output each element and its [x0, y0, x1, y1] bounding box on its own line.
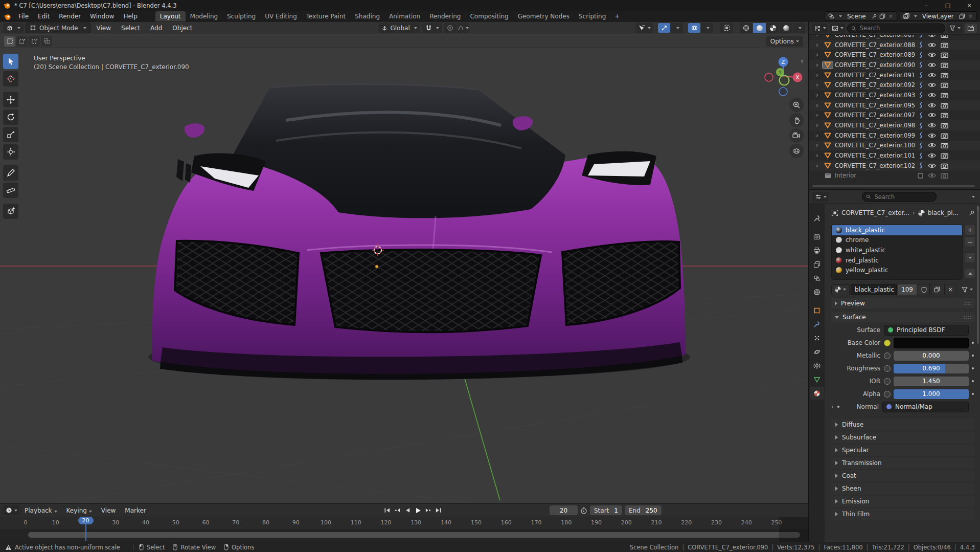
tab-scene[interactable] — [810, 272, 824, 284]
disable-render-icon[interactable] — [941, 163, 948, 169]
shading-dropdown[interactable] — [793, 23, 805, 33]
hide-viewport-icon[interactable] — [928, 35, 936, 38]
tab-output[interactable] — [810, 244, 824, 257]
viewlayer-selector[interactable]: ViewLayer × — [900, 11, 977, 21]
workspace-tab[interactable]: Sculpting — [222, 11, 260, 21]
value-socket-icon[interactable] — [884, 365, 891, 372]
panel-grip[interactable]: ∷∷ — [964, 300, 972, 307]
fake-user-shield-icon[interactable] — [918, 284, 930, 295]
browse-material-button[interactable] — [831, 284, 850, 295]
move-slot-up-button[interactable] — [965, 268, 975, 279]
expand-icon[interactable]: › — [816, 35, 823, 38]
outliner-row[interactable]: › CORVETTE_C7_exterior.091 — [809, 70, 980, 80]
tool-annotate[interactable] — [3, 165, 18, 181]
menu-item[interactable]: Edit — [33, 12, 54, 21]
color-socket-icon[interactable] — [884, 340, 891, 346]
metallic-slider[interactable]: 0.000 — [894, 351, 969, 361]
shading-rendered-button[interactable] — [780, 23, 792, 33]
hide-viewport-icon[interactable] — [928, 142, 936, 148]
workspace-tab[interactable]: Texture Paint — [302, 11, 350, 21]
hide-viewport-icon[interactable] — [928, 72, 936, 78]
hide-viewport-icon[interactable] — [928, 152, 936, 159]
play-reverse-button[interactable] — [403, 506, 413, 515]
expand-icon[interactable]: › — [816, 152, 823, 159]
material-filter-button[interactable] — [960, 285, 975, 295]
animate-dot[interactable] — [972, 393, 974, 395]
hide-viewport-icon[interactable] — [928, 62, 936, 68]
next-keyframe-button[interactable] — [423, 506, 433, 515]
menu-item[interactable]: Help — [119, 12, 142, 21]
collapsed-panel[interactable]: Thin Film — [831, 509, 975, 520]
value-socket-icon[interactable] — [884, 378, 891, 385]
timeline-scrollbar[interactable] — [28, 532, 800, 538]
unlink-scene-icon[interactable]: × — [887, 13, 894, 19]
breadcrumb-object[interactable]: CORVETTE_C7_exter... — [841, 209, 909, 216]
start-frame-field[interactable]: Start1 — [590, 505, 622, 515]
timeline-menu-marker[interactable]: Marker — [121, 506, 150, 515]
tool-measure[interactable] — [3, 183, 18, 198]
minimize-button[interactable]: – — [916, 0, 937, 11]
remove-viewlayer-icon[interactable]: × — [967, 13, 974, 19]
shading-material-button[interactable] — [766, 23, 779, 33]
disable-render-icon[interactable] — [941, 122, 948, 128]
material-slot[interactable]: white_plastic — [832, 245, 962, 255]
material-slot[interactable]: black_plastic — [832, 225, 962, 235]
jump-to-start-button[interactable] — [382, 506, 392, 515]
outliner-row[interactable]: › CORVETTE_C7_exterior.092 — [809, 80, 980, 90]
viewport-menu-select[interactable]: Select — [117, 24, 144, 33]
prev-keyframe-button[interactable] — [393, 506, 402, 515]
workspace-tab[interactable]: Rendering — [425, 11, 465, 21]
collection-row-interior[interactable]: › Interior — [809, 171, 980, 181]
auto-keying-icon[interactable] — [580, 507, 587, 514]
unlink-material-icon[interactable]: × — [944, 284, 956, 295]
new-viewlayer-icon[interactable] — [959, 13, 965, 19]
outliner-row[interactable]: › CORVETTE_C7_exterior.101 — [809, 150, 980, 161]
disable-render-icon[interactable] — [941, 42, 948, 48]
tab-material[interactable] — [810, 387, 824, 400]
pin-icon[interactable] — [871, 13, 877, 19]
current-frame-field[interactable]: 20 — [550, 505, 578, 515]
workspace-tab[interactable]: Modeling — [186, 11, 223, 21]
hide-viewport-icon[interactable] — [928, 102, 936, 108]
tool-move[interactable] — [3, 92, 18, 107]
collapsed-panel[interactable]: Subsurface — [831, 432, 975, 443]
properties-scrollbar[interactable] — [977, 211, 979, 344]
exclude-checkbox[interactable] — [918, 173, 923, 179]
tab-tool[interactable] — [810, 212, 824, 225]
menu-item[interactable]: Render — [54, 12, 85, 21]
disable-render-icon[interactable] — [941, 133, 948, 139]
hide-viewport-icon[interactable] — [928, 82, 936, 88]
base-color-swatch[interactable] — [894, 338, 969, 348]
outliner-row[interactable]: › CORVETTE_C7_exterior.093 — [809, 90, 980, 100]
select-mode-intersect-button[interactable] — [41, 36, 52, 47]
material-slot[interactable]: chrome — [832, 235, 962, 246]
ior-slider[interactable]: 1.450 — [894, 377, 969, 386]
disable-render-icon[interactable] — [941, 142, 948, 148]
normal-map-field[interactable]: Normal/Map — [882, 402, 969, 412]
viewport-menu-object[interactable]: Object — [168, 24, 196, 33]
viewport-3d[interactable]: Object Mode View Select Add Object Globa… — [0, 22, 808, 503]
breadcrumb-material[interactable]: black_pl... — [928, 209, 959, 216]
tab-render[interactable] — [810, 230, 824, 243]
outliner-editor-type-button[interactable] — [812, 24, 828, 33]
play-button[interactable] — [413, 506, 423, 515]
expand-icon[interactable]: › — [816, 51, 823, 58]
workspace-tab[interactable]: Geometry Nodes — [513, 11, 574, 21]
select-mode-extend-button[interactable] — [16, 36, 28, 47]
mode-dropdown[interactable]: Object Mode — [26, 23, 90, 33]
tab-particles[interactable] — [810, 332, 824, 344]
outliner-search[interactable] — [847, 24, 945, 33]
tool-add-cube[interactable] — [3, 204, 18, 219]
hide-viewport-icon[interactable] — [928, 52, 936, 58]
disable-render-icon[interactable] — [941, 152, 948, 159]
proportional-falloff-dropdown[interactable] — [457, 23, 469, 33]
tab-world[interactable] — [810, 285, 824, 298]
jump-to-end-button[interactable] — [434, 506, 443, 515]
expand-icon[interactable]: › — [816, 81, 823, 89]
hide-viewport-icon[interactable] — [928, 122, 936, 128]
expand-icon[interactable]: › — [816, 122, 823, 129]
workspace-tab[interactable]: Layout — [155, 11, 186, 21]
animate-dot[interactable] — [972, 380, 974, 382]
snap-dropdown[interactable] — [422, 23, 442, 33]
new-collection-button[interactable] — [965, 24, 977, 33]
